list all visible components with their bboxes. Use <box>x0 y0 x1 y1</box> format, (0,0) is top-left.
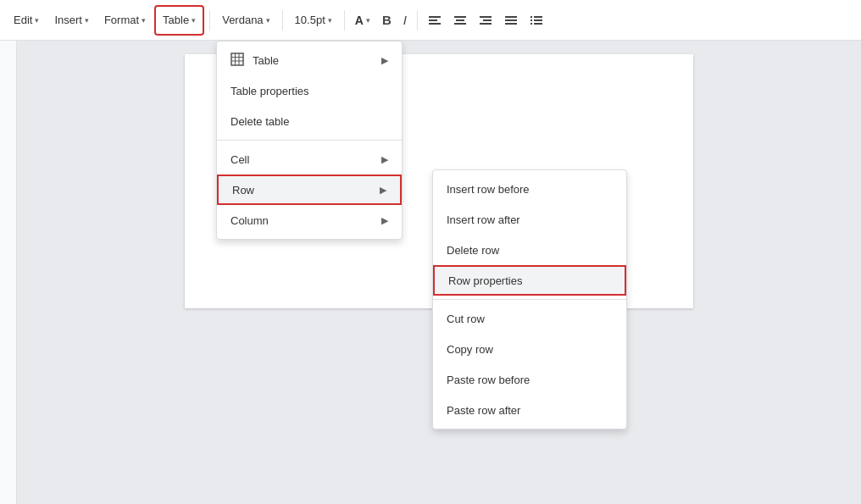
table-chevron: ▾ <box>192 16 196 25</box>
cut-row-item[interactable]: Cut row <box>433 303 626 334</box>
toolbar: Edit ▾ Insert ▾ Format ▾ Table ▾ Verdana… <box>0 0 861 41</box>
align-right-button[interactable] <box>474 5 497 36</box>
separator-3 <box>344 10 345 30</box>
svg-rect-14 <box>530 19 532 21</box>
align-justify-button[interactable] <box>499 5 523 36</box>
font-chevron: ▾ <box>266 16 270 25</box>
svg-rect-10 <box>505 19 517 21</box>
edit-chevron: ▾ <box>35 16 39 25</box>
cut-row-label: Cut row <box>447 313 485 325</box>
align-left-icon <box>428 14 442 27</box>
table-grid-icon <box>231 53 244 69</box>
font-label: Verdana <box>222 14 263 26</box>
content-area <box>0 41 861 504</box>
insert-row-after-item[interactable]: Insert row after <box>433 204 626 235</box>
font-color-button[interactable]: A ▾ <box>350 5 375 36</box>
svg-rect-1 <box>429 19 437 21</box>
insert-chevron: ▾ <box>85 16 89 25</box>
cell-submenu-item[interactable]: Cell ▶ <box>217 144 402 174</box>
table-dropdown: Table ▶ Table properties Delete table Ce… <box>216 41 403 240</box>
bold-icon: B <box>382 13 392 27</box>
align-left-button[interactable] <box>423 5 447 36</box>
row-sub-arrow: ▶ <box>380 185 386 196</box>
font-selector[interactable]: Verdana ▾ <box>215 5 276 36</box>
cell-sub-label: Cell <box>231 153 249 166</box>
row-dropdown: Insert row before Insert row after Delet… <box>432 169 627 429</box>
separator-2 <box>282 10 283 30</box>
font-size-label: 10.5pt <box>295 14 325 26</box>
sidebar <box>0 41 17 504</box>
row-properties-item[interactable]: Row properties <box>433 265 626 296</box>
italic-icon: I <box>403 13 407 27</box>
format-label: Format <box>104 14 139 26</box>
svg-rect-15 <box>534 19 542 21</box>
copy-row-label: Copy row <box>447 343 493 356</box>
format-menu[interactable]: Format ▾ <box>97 5 153 36</box>
delete-row-item[interactable]: Delete row <box>433 235 626 265</box>
table-properties-item[interactable]: Table properties <box>217 75 402 106</box>
table-submenu-item[interactable]: Table ▶ <box>217 45 402 75</box>
paste-row-after-label: Paste row after <box>447 404 520 417</box>
insert-row-before-item[interactable]: Insert row before <box>433 174 626 204</box>
format-chevron: ▾ <box>142 16 146 25</box>
separator-1 <box>209 10 210 30</box>
svg-rect-5 <box>454 23 466 25</box>
paste-row-after-item[interactable]: Paste row after <box>433 395 626 425</box>
copy-row-item[interactable]: Copy row <box>433 334 626 364</box>
svg-rect-16 <box>530 23 532 25</box>
svg-rect-11 <box>505 23 517 25</box>
font-size-selector[interactable]: 10.5pt ▾ <box>288 5 339 36</box>
svg-rect-7 <box>483 19 492 21</box>
paste-row-before-label: Paste row before <box>447 374 530 386</box>
svg-rect-2 <box>429 23 441 25</box>
row-submenu-item[interactable]: Row ▶ <box>217 174 402 205</box>
cell-sub-arrow: ▶ <box>381 154 388 165</box>
font-size-chevron: ▾ <box>328 16 332 25</box>
row-menu-divider <box>433 299 626 300</box>
align-right-icon <box>479 14 492 27</box>
delete-row-label: Delete row <box>447 244 499 257</box>
row-properties-label: Row properties <box>448 274 522 287</box>
insert-menu[interactable]: Insert ▾ <box>47 5 96 36</box>
list-icon <box>530 14 543 27</box>
insert-label: Insert <box>54 14 82 26</box>
svg-rect-0 <box>429 16 441 18</box>
row-sub-label: Row <box>232 184 254 197</box>
menu-divider-1 <box>217 140 402 141</box>
delete-table-label: Delete table <box>231 115 289 128</box>
table-sub-label: Table <box>253 54 279 67</box>
italic-button[interactable]: I <box>398 5 412 36</box>
svg-rect-4 <box>456 19 464 21</box>
paste-row-before-item[interactable]: Paste row before <box>433 364 626 395</box>
svg-rect-13 <box>534 16 542 18</box>
svg-rect-17 <box>534 23 542 25</box>
align-center-icon <box>453 14 467 27</box>
edit-menu[interactable]: Edit ▾ <box>7 5 46 36</box>
bold-button[interactable]: B <box>377 5 397 36</box>
font-color-icon: A <box>355 14 364 27</box>
svg-rect-3 <box>454 16 466 18</box>
align-justify-icon <box>504 14 518 27</box>
font-color-chevron: ▾ <box>366 16 370 25</box>
insert-row-before-label: Insert row before <box>447 183 530 196</box>
svg-rect-18 <box>231 53 243 65</box>
align-center-button[interactable] <box>448 5 472 36</box>
table-menu[interactable]: Table ▾ <box>154 5 204 36</box>
column-submenu-item[interactable]: Column ▶ <box>217 205 402 235</box>
list-button[interactable] <box>525 5 548 36</box>
insert-row-after-label: Insert row after <box>447 213 520 226</box>
delete-table-item[interactable]: Delete table <box>217 106 402 136</box>
table-label: Table <box>163 14 189 26</box>
separator-4 <box>417 10 418 30</box>
column-sub-arrow: ▶ <box>381 215 388 226</box>
svg-rect-8 <box>480 23 492 25</box>
edit-label: Edit <box>14 14 32 26</box>
table-sub-arrow: ▶ <box>381 55 388 66</box>
svg-rect-9 <box>505 16 517 18</box>
svg-rect-12 <box>530 16 532 18</box>
svg-rect-6 <box>480 16 492 18</box>
table-properties-label: Table properties <box>231 85 309 97</box>
column-sub-label: Column <box>231 214 269 227</box>
